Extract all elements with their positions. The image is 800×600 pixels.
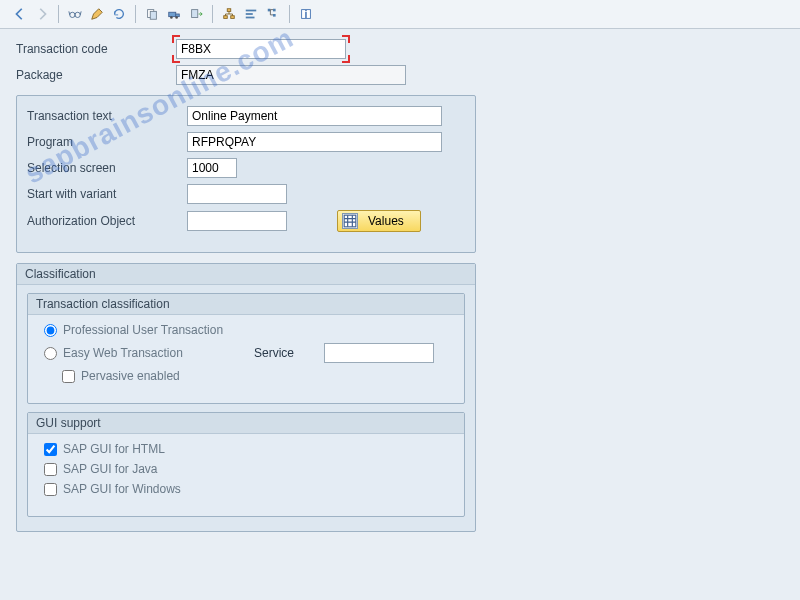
tcode-label: Transaction code xyxy=(16,42,176,56)
start-variant-label: Start with variant xyxy=(27,187,187,201)
gui-win-checkbox[interactable] xyxy=(44,483,57,496)
package-input xyxy=(176,65,406,85)
svg-rect-12 xyxy=(246,10,257,12)
transaction-text-input[interactable] xyxy=(187,106,442,126)
paste-icon[interactable] xyxy=(186,4,206,24)
svg-rect-20 xyxy=(344,215,356,227)
easy-web-radio[interactable] xyxy=(44,347,57,360)
svg-rect-16 xyxy=(273,9,276,12)
gui-title: GUI support xyxy=(28,413,464,434)
hierarchy-icon[interactable] xyxy=(219,4,239,24)
gui-java-row[interactable]: SAP GUI for Java xyxy=(44,462,454,476)
back-icon[interactable] xyxy=(10,4,30,24)
svg-text:i: i xyxy=(305,8,308,20)
highlight-corner xyxy=(172,35,180,43)
professional-radio[interactable] xyxy=(44,324,57,337)
values-button[interactable]: Values xyxy=(337,210,421,232)
gui-support-group: GUI support SAP GUI for HTML SAP GUI for… xyxy=(27,412,465,517)
program-input[interactable] xyxy=(187,132,442,152)
service-input[interactable] xyxy=(324,343,434,363)
glasses-icon[interactable] xyxy=(65,4,85,24)
transport-icon[interactable] xyxy=(164,4,184,24)
classification-title: Classification xyxy=(17,264,475,285)
svg-rect-4 xyxy=(169,12,176,16)
tree-icon[interactable] xyxy=(263,4,283,24)
svg-rect-5 xyxy=(176,14,180,17)
tclass-title: Transaction classification xyxy=(28,294,464,315)
gui-java-checkbox[interactable] xyxy=(44,463,57,476)
main-content: Transaction code Package Transaction tex… xyxy=(0,29,800,552)
app-toolbar: i xyxy=(0,0,800,29)
svg-point-6 xyxy=(170,16,173,19)
auth-object-label: Authorization Object xyxy=(27,214,187,228)
easy-web-radio-row[interactable]: Easy Web Transaction xyxy=(44,346,254,360)
gui-java-label: SAP GUI for Java xyxy=(63,462,157,476)
transaction-classification-group: Transaction classification Professional … xyxy=(27,293,465,404)
gui-win-label: SAP GUI for Windows xyxy=(63,482,181,496)
svg-rect-14 xyxy=(246,17,255,19)
toolbar-separator xyxy=(212,5,213,23)
toolbar-separator xyxy=(58,5,59,23)
gui-html-label: SAP GUI for HTML xyxy=(63,442,165,456)
svg-rect-3 xyxy=(150,11,156,19)
gui-win-row[interactable]: SAP GUI for Windows xyxy=(44,482,454,496)
svg-rect-17 xyxy=(273,14,276,17)
svg-rect-8 xyxy=(192,10,198,18)
svg-rect-9 xyxy=(227,9,231,12)
highlight-corner xyxy=(342,55,350,63)
svg-rect-10 xyxy=(224,16,228,19)
gui-html-row[interactable]: SAP GUI for HTML xyxy=(44,442,454,456)
toolbar-separator xyxy=(135,5,136,23)
toolbar-separator xyxy=(289,5,290,23)
easy-web-row: Easy Web Transaction Service xyxy=(44,343,454,363)
easy-web-label: Easy Web Transaction xyxy=(63,346,183,360)
transaction-text-label: Transaction text xyxy=(27,109,187,123)
pervasive-label: Pervasive enabled xyxy=(81,369,180,383)
info-icon[interactable]: i xyxy=(296,4,316,24)
svg-point-1 xyxy=(75,12,80,17)
professional-radio-row[interactable]: Professional User Transaction xyxy=(44,323,454,337)
refresh-icon[interactable] xyxy=(109,4,129,24)
pervasive-check-row[interactable]: Pervasive enabled xyxy=(62,369,454,383)
pervasive-checkbox[interactable] xyxy=(62,370,75,383)
start-variant-input[interactable] xyxy=(187,184,287,204)
details-panel: Transaction text Program Selection scree… xyxy=(16,95,476,253)
service-label: Service xyxy=(254,346,324,360)
align-icon[interactable] xyxy=(241,4,261,24)
auth-object-input[interactable] xyxy=(187,211,287,231)
forward-icon[interactable] xyxy=(32,4,52,24)
selection-screen-label: Selection screen xyxy=(27,161,187,175)
package-label: Package xyxy=(16,68,176,82)
selection-screen-input[interactable] xyxy=(187,158,237,178)
svg-rect-11 xyxy=(231,16,235,19)
classification-panel: Classification Transaction classificatio… xyxy=(16,263,476,532)
svg-point-7 xyxy=(175,16,178,19)
values-button-label: Values xyxy=(368,214,404,228)
tcode-input[interactable] xyxy=(176,39,346,59)
professional-label: Professional User Transaction xyxy=(63,323,223,337)
svg-rect-13 xyxy=(246,13,253,15)
highlight-corner xyxy=(172,55,180,63)
edit-icon[interactable] xyxy=(87,4,107,24)
program-label: Program xyxy=(27,135,187,149)
table-icon xyxy=(342,213,358,229)
svg-point-0 xyxy=(70,12,75,17)
highlight-corner xyxy=(342,35,350,43)
copy-icon[interactable] xyxy=(142,4,162,24)
gui-html-checkbox[interactable] xyxy=(44,443,57,456)
